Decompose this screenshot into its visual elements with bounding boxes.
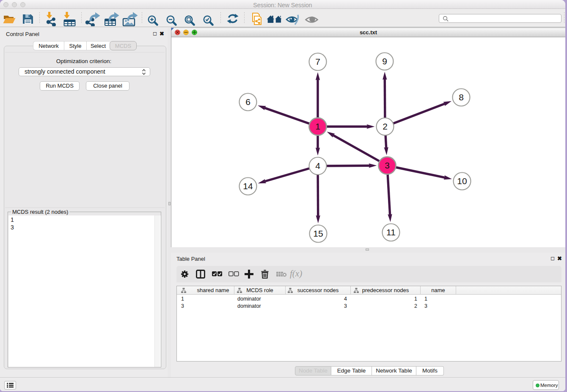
svg-text:2: 2: [383, 121, 388, 131]
svg-text:10: 10: [457, 176, 467, 186]
svg-text:11: 11: [386, 227, 396, 237]
svg-text:4: 4: [315, 161, 320, 171]
svg-text:3: 3: [385, 160, 390, 170]
svg-text:8: 8: [459, 92, 464, 102]
svg-text:15: 15: [313, 229, 323, 238]
svg-text:1: 1: [315, 121, 320, 131]
svg-text:14: 14: [243, 181, 253, 191]
svg-text:9: 9: [382, 56, 387, 66]
svg-text:6: 6: [245, 97, 250, 107]
svg-text:7: 7: [315, 57, 320, 66]
